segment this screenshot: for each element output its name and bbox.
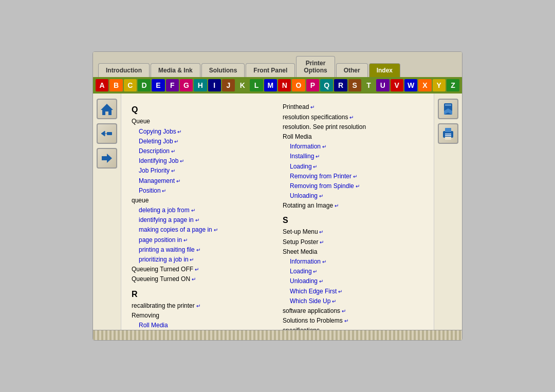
svg-marker-2 [102,154,112,163]
entry-which-edge[interactable]: Which Edge First [290,287,423,296]
tab-introduction[interactable]: Introduction [98,63,150,77]
alpha-Z[interactable]: Z [447,79,459,91]
alpha-Y[interactable]: Y [433,79,446,91]
entry-sheet-loading[interactable]: Loading [290,267,423,276]
entry-making-copies[interactable]: making copies of a page in [139,225,272,235]
tab-index[interactable]: Index [369,63,400,77]
alpha-V[interactable]: V [391,79,403,91]
tab-other[interactable]: Other [336,63,368,77]
entry-sheet-media: Sheet Media [283,247,423,257]
bookmark-button[interactable] [438,99,458,119]
entry-prioritizing[interactable]: prioritizing a job in [139,255,272,265]
entry-printing-waiting[interactable]: printing a waiting file [139,245,272,255]
entry-solutions[interactable]: Solutions to Problems [283,316,423,326]
forward-button[interactable] [97,148,117,169]
entry-sheet-unloading[interactable]: Unloading [290,276,423,286]
alpha-M[interactable]: M [264,79,277,91]
entry-resolution-specs[interactable]: resolution specifications [283,113,423,122]
alpha-U[interactable]: U [376,79,389,91]
entry-printhead[interactable]: Printhead [283,102,423,112]
entry-page-position[interactable]: page position in [139,235,272,245]
tab-media-ink[interactable]: Media & Ink [151,63,200,77]
entry-deleting-job-from[interactable]: deleting a job from [139,206,272,215]
section-r-header: R [132,290,272,299]
alphabet-bar: A B C D E F G H I J K L M N O P Q R S T … [93,77,462,94]
alpha-D[interactable]: D [138,79,151,91]
content-area: Q Queue Copying Jobs Deleting Job Descri… [93,94,462,330]
alpha-L[interactable]: L [250,79,263,91]
entry-specifications: specifications [283,326,423,330]
entry-identifying-page[interactable]: identifying a page in [139,215,272,225]
bookmark-icon [441,102,455,116]
entry-roll-media-removing: Roll Media [139,321,272,330]
entry-copying-jobs[interactable]: Copying Jobs [139,127,272,137]
entry-software-apps[interactable]: software applications [283,306,423,316]
entry-resolution-see: resolution. See print resolution [283,122,423,132]
entry-roll-media: Roll Media [283,132,423,142]
svg-rect-1 [107,132,112,135]
entry-queueing-off[interactable]: Queueing Turned OFF [132,265,272,274]
alpha-T[interactable]: T [362,79,375,91]
print-button[interactable] [438,123,458,144]
alpha-F[interactable]: F [166,79,179,91]
print-icon [441,126,455,141]
entry-removing-from-spindle[interactable]: Removing from Spindle [290,181,423,191]
entry-job-priority[interactable]: Job Priority [139,166,272,176]
alpha-G[interactable]: G [180,79,193,91]
home-button[interactable] [97,99,117,119]
back-button[interactable] [97,123,117,144]
alpha-Q[interactable]: Q [320,79,333,91]
alpha-K[interactable]: K [236,79,249,91]
entry-deleting-job[interactable]: Deleting Job [139,137,272,146]
entry-management[interactable]: Management [139,176,272,186]
tab-printer-options[interactable]: PrinterOptions [296,56,335,78]
main-window: Introduction Media & Ink Solutions Front… [92,51,462,341]
entry-removing-from-printer[interactable]: Removing from Printer [290,172,423,181]
entry-queueing-on[interactable]: Queueing Turned ON [132,274,272,284]
entry-position[interactable]: Position [139,186,272,196]
alpha-B[interactable]: B [109,79,122,91]
entry-removing: Removing [132,311,272,321]
entry-sheet-info[interactable]: Information [290,257,423,267]
entry-queue-lower: queue [132,196,272,206]
alpha-P[interactable]: P [306,79,319,91]
back-icon [100,126,114,141]
alpha-O[interactable]: O [292,79,305,91]
entry-description[interactable]: Description [139,146,272,156]
index-left-column: Q Queue Copying Jobs Deleting Job Descri… [132,101,272,322]
svg-rect-5 [445,104,451,106]
entry-queue: Queue [132,117,272,126]
entry-roll-installing[interactable]: Installing [290,152,423,161]
entry-unloading-roll[interactable]: Unloading [290,191,423,201]
entry-roll-loading[interactable]: Loading [290,162,423,172]
index-content: Q Queue Copying Jobs Deleting Job Descri… [121,94,434,330]
alpha-H[interactable]: H [194,79,207,91]
entry-setup-poster[interactable]: Setup Poster [283,237,423,247]
alpha-R[interactable]: R [334,79,347,91]
svg-rect-9 [445,128,451,132]
index-right-column: Printhead resolution specifications reso… [283,101,423,322]
section-s-header: S [283,216,423,225]
section-q-header: Q [132,105,272,115]
entry-identifying-job[interactable]: Identifying Job [139,156,272,166]
entry-which-side[interactable]: Which Side Up [290,296,423,306]
forward-icon [100,151,114,165]
entry-recalibrating[interactable]: recalibrating the printer [132,301,272,311]
tab-solutions[interactable]: Solutions [201,63,245,77]
entry-roll-info[interactable]: Information [290,142,423,152]
alpha-N[interactable]: N [278,79,291,91]
entry-rotating[interactable]: Rotating an Image [283,201,423,211]
alpha-E[interactable]: E [152,79,164,91]
alpha-W[interactable]: W [404,79,417,91]
alpha-A[interactable]: A [96,79,108,91]
alpha-S[interactable]: S [348,79,361,91]
bottom-decoration [93,330,462,340]
alpha-C[interactable]: C [124,79,137,91]
tab-front-panel[interactable]: Front Panel [246,63,295,77]
home-icon [100,102,114,116]
entry-setup-menu[interactable]: Set-up Menu [283,227,423,237]
svg-rect-8 [445,135,451,136]
alpha-I[interactable]: I [208,79,221,91]
alpha-J[interactable]: J [222,79,235,91]
alpha-X[interactable]: X [418,79,431,91]
